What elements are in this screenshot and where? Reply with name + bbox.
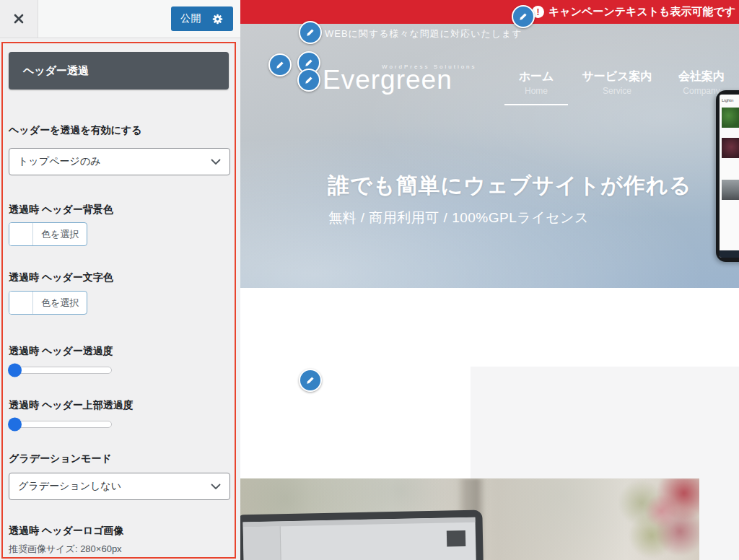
bg-color-picker-button[interactable]: 色を選択 <box>9 222 87 246</box>
opacity-slider[interactable] <box>9 367 112 374</box>
chevron-down-icon <box>211 159 221 165</box>
customizer-topbar: 公開 <box>0 0 240 38</box>
close-icon <box>13 13 25 25</box>
nav-item-service[interactable]: サービス案内 Service <box>574 69 660 97</box>
smartphone-screen-title: Lightn <box>722 98 733 102</box>
customizer-sidebar: 公開 ヘッダー透過 ヘッダーを透過を有効にする <box>0 0 240 560</box>
chevron-down-icon <box>211 484 221 490</box>
text-color-swatch <box>9 292 33 314</box>
control-label-top-opacity: 透過時 ヘッダー上部透過度 <box>9 398 229 412</box>
text-color-button-label: 色を選択 <box>33 292 87 314</box>
publish-button[interactable]: 公開 <box>171 6 233 31</box>
smartphone-thumb-office <box>722 180 739 200</box>
laptop-menubar <box>243 517 476 528</box>
control-label-logo-image: 透過時 ヘッダーロゴ画像 <box>9 523 229 538</box>
campaign-text: キャンペーンテキストも表示可能です <box>548 5 735 19</box>
edit-header-button[interactable] <box>268 53 292 76</box>
enable-transparency-select[interactable]: トップページのみ <box>9 148 230 175</box>
edit-logo-alt-button[interactable] <box>297 69 320 92</box>
nav-home-sublabel: Home <box>504 85 568 97</box>
edit-content-button[interactable] <box>299 369 322 392</box>
top-opacity-slider-thumb[interactable] <box>8 418 22 432</box>
pencil-icon <box>275 60 285 70</box>
site-preview-pane: ! キャンペーンテキストも表示可能です WEBに関する様々な問題に対応いたします… <box>240 0 739 560</box>
smartphone-screen: Lightn <box>720 95 739 258</box>
nav-service-sublabel: Service <box>574 85 660 97</box>
nav-company-label: 会社案内 <box>665 69 738 84</box>
bg-color-swatch <box>9 223 33 245</box>
control-label-enable-transparency: ヘッダーを透過を有効にする <box>9 123 229 137</box>
photo-flowers <box>601 478 699 560</box>
control-label-bg-color: 透過時 ヘッダー背景色 <box>9 202 229 216</box>
gradation-mode-select[interactable]: グラデーションしない <box>9 473 230 500</box>
laptop-document <box>447 530 465 547</box>
pencil-icon <box>305 375 315 385</box>
control-label-gradation-mode: グラデーションモード <box>9 451 229 465</box>
hero-subheading: 無料 / 商用利用可 / 100%GPLライセンス <box>328 209 589 227</box>
header-tagline: WEBに関する様々な問題に対応いたします <box>325 27 522 40</box>
edit-tagline-button[interactable] <box>299 21 322 44</box>
smartphone-mockup: Lightn <box>716 90 739 262</box>
laptop-side-panel <box>243 526 281 560</box>
nav-home-label: ホーム <box>504 69 568 84</box>
pencil-icon <box>518 12 528 22</box>
top-opacity-slider[interactable] <box>9 421 112 428</box>
laptop-image <box>240 509 484 560</box>
pencil-icon <box>304 58 314 68</box>
control-label-opacity: 透過時 ヘッダー透過度 <box>9 344 229 358</box>
close-button[interactable] <box>0 0 38 38</box>
annotation-highlight-box: ヘッダー透過 ヘッダーを透過を有効にする トップページのみ 透過時 ヘッダー背景… <box>1 42 236 559</box>
smartphone-navbar <box>720 250 739 258</box>
pencil-icon <box>305 27 315 38</box>
text-color-picker-button[interactable]: 色を選択 <box>9 291 87 315</box>
enable-transparency-selected-value: トップページのみ <box>18 155 100 168</box>
logo-image-size-hint: 推奨画像サイズ: 280×60px <box>9 543 229 556</box>
control-label-text-color: 透過時 ヘッダー文字色 <box>9 270 229 284</box>
section-title-header-transparency[interactable]: ヘッダー透過 <box>9 52 229 89</box>
gear-icon[interactable] <box>211 13 224 25</box>
screenshot-stage: 公開 ヘッダー透過 ヘッダーを透過を有効にする <box>0 0 739 560</box>
gradation-mode-selected-value: グラデーションしない <box>18 480 121 493</box>
hero-heading: 誰でも簡単にウェブサイトが作れる <box>328 171 691 201</box>
laptop-screen <box>243 517 476 560</box>
smartphone-thumb-flower <box>722 138 739 158</box>
nav-service-label: サービス案内 <box>574 69 660 84</box>
edit-campaign-button[interactable] <box>512 5 535 28</box>
opacity-slider-thumb[interactable] <box>8 364 22 377</box>
bg-color-button-label: 色を選択 <box>33 223 87 245</box>
nav-active-underline <box>504 104 568 105</box>
nav-item-home[interactable]: ホーム Home <box>504 69 568 97</box>
desk-laptop-photo <box>240 478 699 560</box>
smartphone-thumb-plant <box>722 108 739 128</box>
publish-label: 公開 <box>180 12 201 25</box>
site-logo[interactable]: Evergreen <box>323 65 452 95</box>
pencil-icon <box>304 75 314 85</box>
